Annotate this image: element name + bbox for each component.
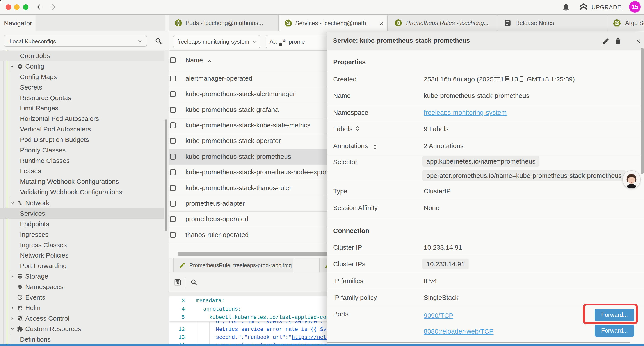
svg-text:HELM: HELM xyxy=(18,307,22,309)
